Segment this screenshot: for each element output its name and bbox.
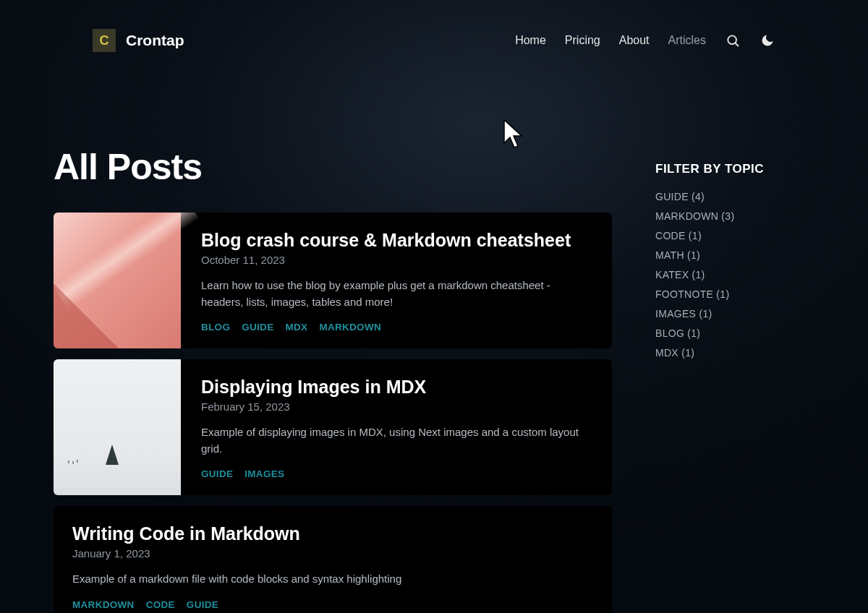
post-card[interactable]: Writing Code in Markdown January 1, 2023… [54,506,612,613]
tag[interactable]: BLOG [201,322,230,333]
sidebar: FILTER BY TOPIC GUIDE (4)MARKDOWN (3)COD… [655,146,814,613]
tag[interactable]: GUIDE [242,322,273,333]
brand[interactable]: C Crontap [93,29,184,52]
post-excerpt: Example of a markdown file with code blo… [72,571,401,588]
page-title: All Posts [54,146,612,188]
nav-articles[interactable]: Articles [668,34,706,47]
post-list: Blog crash course & Markdown cheatsheet … [54,213,612,613]
post-thumbnail [54,359,181,495]
brand-name: Crontap [126,32,184,49]
topic-filter[interactable]: MDX (1) [655,347,814,359]
tag[interactable]: MARKDOWN [72,599,135,610]
search-icon[interactable] [725,33,741,48]
post-tags: BLOG GUIDE MDX MARKDOWN [201,322,592,333]
tag[interactable]: MDX [285,322,307,333]
logo-icon: C [93,29,116,52]
dark-mode-toggle-icon[interactable] [760,33,775,48]
topic-filter[interactable]: FOOTNOTE (1) [655,288,814,300]
post-title: Displaying Images in MDX [201,377,592,398]
main-nav: Home Pricing About Articles [515,33,775,48]
svg-line-1 [736,43,739,46]
topic-filter[interactable]: BLOG (1) [655,327,814,339]
topic-list: GUIDE (4)MARKDOWN (3)CODE (1)MATH (1)KAT… [655,191,814,359]
post-card[interactable]: Blog crash course & Markdown cheatsheet … [54,213,612,348]
tag[interactable]: GUIDE [201,468,233,479]
post-title: Writing Code in Markdown [72,523,401,544]
post-excerpt: Learn how to use the blog by example plu… [201,278,592,310]
tag[interactable]: CODE [146,599,175,610]
post-date: October 11, 2023 [201,254,592,266]
post-excerpt: Example of displaying images in MDX, usi… [201,424,592,457]
nav-home[interactable]: Home [515,34,546,47]
tag[interactable]: GUIDE [187,599,218,610]
post-thumbnail [54,213,181,348]
post-title: Blog crash course & Markdown cheatsheet [201,230,592,251]
nav-about[interactable]: About [619,34,650,47]
topic-filter[interactable]: CODE (1) [655,230,814,241]
post-date: January 1, 2023 [72,547,401,560]
sidebar-title: FILTER BY TOPIC [655,162,814,176]
topic-filter[interactable]: MATH (1) [655,249,814,261]
post-tags: GUIDE IMAGES [201,468,592,479]
post-card[interactable]: Displaying Images in MDX February 15, 20… [54,359,612,495]
topic-filter[interactable]: MARKDOWN (3) [655,210,814,222]
post-tags: MARKDOWN CODE GUIDE [72,599,401,610]
topic-filter[interactable]: GUIDE (4) [655,191,814,202]
post-date: February 15, 2023 [201,400,592,413]
nav-pricing[interactable]: Pricing [565,34,600,47]
tag[interactable]: IMAGES [244,468,284,479]
topic-filter[interactable]: KATEX (1) [655,269,814,280]
tag[interactable]: MARKDOWN [319,322,381,333]
topic-filter[interactable]: IMAGES (1) [655,308,814,320]
